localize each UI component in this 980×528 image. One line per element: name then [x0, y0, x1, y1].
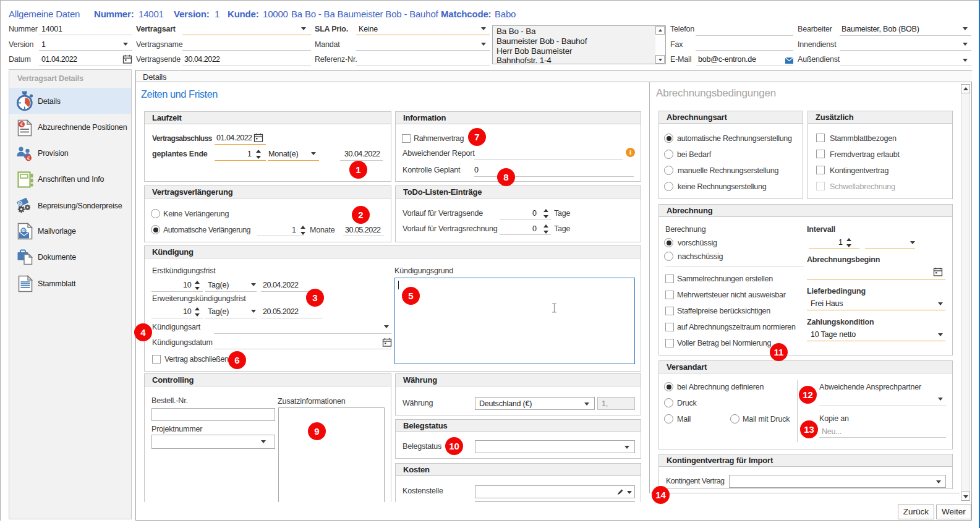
svg-text:€: €	[20, 121, 23, 127]
svg-text:€: €	[27, 155, 30, 161]
